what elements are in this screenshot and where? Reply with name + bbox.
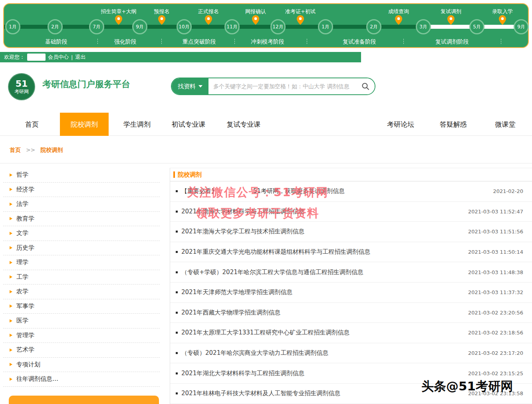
bullet-icon (176, 312, 178, 314)
section-accent-bar (173, 171, 175, 178)
arrow-right-icon (10, 304, 12, 308)
sidebar-item-label: 医学 (16, 317, 28, 324)
arrow-right-icon (10, 173, 12, 177)
article-title: 2021年重庆交通大学光电功能材料课题组材料科学与工程招生调剂信息 (181, 248, 463, 256)
map-pin-icon (158, 15, 165, 25)
breadcrumb: 首页 >> 院校调剂 (10, 136, 63, 163)
article-row[interactable]: （专硕）2021年哈尔滨商业大学动力工程招生调剂信息 2021-03-02 23… (170, 343, 532, 364)
phase-separator (501, 39, 501, 44)
map-pin-icon (115, 15, 122, 25)
sidebar-item-history[interactable]: 历史学 (3, 241, 160, 256)
sidebar-item-label: 往年调剂信息… (16, 375, 58, 383)
bullet-icon (176, 231, 178, 233)
sidebar-item-art[interactable]: 艺术学 (3, 343, 160, 358)
breadcrumb-home-link[interactable]: 首页 (10, 147, 21, 153)
bullet-icon (176, 291, 178, 293)
article-title: 【重要必看】 51考研网，获取更多复试调剂信息 (181, 187, 488, 195)
arrow-right-icon (10, 348, 12, 352)
sidebar-item-engineering[interactable]: 工学 (3, 270, 160, 285)
sidebar-item-label: 法学 (16, 200, 28, 208)
sidebar-item-literature[interactable]: 文学 (3, 226, 160, 241)
timeline-month: 9月 (132, 19, 147, 34)
breadcrumb-current[interactable]: 院校调剂 (40, 147, 63, 153)
bullet-icon (176, 332, 178, 334)
milestone-label: 准考证+初试 (272, 8, 328, 15)
arrow-right-icon (10, 188, 12, 191)
nav-item-preliminary-courses[interactable]: 初试专业课 (168, 113, 209, 136)
timeline-month: 1月 (318, 19, 333, 34)
phase-separator (403, 39, 404, 44)
sidebar-item-military[interactable]: 军事学 (3, 299, 160, 314)
sidebar-item-special-program[interactable]: 专项计划 (3, 358, 160, 372)
phase-label: 强化阶段 (93, 38, 157, 46)
article-row[interactable]: 2021年渤海大学材料科学与工程招生调剂信息 2021-03-03 11:52:… (170, 202, 532, 222)
sidebar-item-education[interactable]: 教育学 (3, 212, 160, 227)
bullet-icon (176, 251, 178, 253)
phase-label: 冲刺模考阶段 (236, 38, 300, 46)
timeline-month: 7月 (89, 19, 104, 34)
nav-item-school-adjustment[interactable]: 院校调剂 (60, 113, 109, 136)
article-title: 2021年桂林电子科技大学材料及人工智能专业招生调剂信息 (181, 390, 463, 397)
breadcrumb-separator: >> (26, 147, 35, 153)
milestone-label: 录取入学 (474, 8, 530, 15)
sidebar-item-past-adjustment-info[interactable]: 往年调剂信息… (3, 372, 160, 387)
nav-item-qa[interactable]: 答疑解惑 (436, 113, 470, 136)
phase-label: 基础阶段 (24, 38, 88, 46)
map-pin-icon (252, 15, 259, 25)
nav-item-student-adjustment[interactable]: 学生调剂 (120, 113, 154, 136)
sidebar-item-label: 历史学 (16, 244, 34, 252)
nav-item-micro-class[interactable]: 微课堂 (491, 113, 519, 136)
breadcrumb-bar: 首页 >> 院校调剂 (0, 136, 532, 163)
arrow-right-icon (10, 232, 12, 235)
article-date: 2021-03-03 11:37:32 (468, 289, 523, 295)
nav-item-retest-courses[interactable]: 复试专业课 (223, 113, 264, 136)
timeline-month: 5月 (469, 19, 484, 34)
arrow-right-icon (10, 290, 12, 293)
sidebar-item-label: 艺术学 (16, 346, 34, 354)
search-category-dropdown[interactable]: 找资料 (172, 78, 208, 94)
sidebar-item-label: 军事学 (16, 303, 34, 310)
topbar-divider: | (71, 54, 73, 60)
timeline-month: 9月 (514, 19, 529, 34)
article-row[interactable]: 2021年重庆交通大学光电功能材料课题组材料科学与工程招生调剂信息 2021-0… (170, 242, 532, 263)
map-pin-icon (205, 15, 212, 25)
article-row[interactable]: 2021年西藏大学物理学招生调剂信息 2021-03-02 23:20:56 (170, 303, 532, 323)
logout-link[interactable]: 退出 (75, 54, 85, 61)
map-pin-icon (297, 15, 304, 25)
article-row[interactable]: 2021年渤海大学化学工程与技术招生调剂信息 2021-03-03 11:51:… (170, 222, 532, 242)
sidebar-item-law[interactable]: 法学 (3, 197, 160, 212)
member-center-link[interactable]: 会员中心 (48, 54, 69, 61)
phase-label: 复试调剂阶段 (420, 38, 484, 46)
sidebar-item-science[interactable]: 理学 (3, 255, 160, 270)
sidebar-item-medicine[interactable]: 医学 (3, 314, 160, 328)
article-row[interactable]: 2021年桂林电子科技大学材料及人工智能专业招生调剂信息 2021-03-02 … (170, 384, 532, 404)
article-row[interactable]: 【重要必看】 51考研网，获取更多复试调剂信息 2021-02-20 (170, 181, 532, 202)
article-date: 2021-03-03 11:51:56 (468, 229, 523, 235)
timeline-bar-completed (4, 25, 423, 29)
sidebar-more-button[interactable] (9, 396, 159, 404)
site-logo[interactable]: 51 考研网 (8, 73, 35, 100)
article-title: 2021年渤海大学化学工程与技术招生调剂信息 (181, 228, 463, 235)
article-date: 2021-03-02 23:15:25 (468, 370, 523, 376)
map-pin-icon (447, 15, 455, 25)
article-date: 2021-02-20 (493, 188, 523, 194)
milestone-label: 成绩查询 (371, 8, 427, 15)
sidebar-item-philosophy[interactable]: 哲学 (3, 168, 160, 183)
nav-item-home[interactable]: 首页 (16, 113, 48, 136)
search-submit-button[interactable] (356, 78, 375, 94)
article-row[interactable]: 2021年湖北大学材料科学与工程招生调剂信息 2021-03-02 23:15:… (170, 363, 532, 384)
phase-label: 重点突破阶段 (167, 38, 231, 46)
chevron-down-icon (199, 85, 202, 88)
article-row[interactable]: （专硕+学硕）2021年哈尔滨工程大学信息与通信工程招生调剂信息 2021-03… (170, 262, 532, 283)
article-row[interactable]: 2021年太原理工大学1331工程研究中心矿业工程招生调剂信息 2021-03-… (170, 323, 532, 343)
article-title: 2021年太原理工大学1331工程研究中心矿业工程招生调剂信息 (181, 329, 463, 336)
phase-separator (97, 39, 98, 44)
sidebar-item-label: 理学 (16, 259, 28, 266)
nav-item-forum[interactable]: 考研论坛 (383, 113, 418, 136)
article-row[interactable]: 2021年天津师范大学地理学招生调剂信息 2021-03-03 11:37:32 (170, 283, 532, 303)
sidebar-item-management[interactable]: 管理学 (3, 328, 160, 343)
sidebar-item-agronomy[interactable]: 农学 (3, 285, 160, 299)
search-input[interactable] (208, 78, 356, 94)
topbar-search-box[interactable] (361, 52, 532, 62)
sidebar-item-economics[interactable]: 经济学 (3, 183, 160, 197)
